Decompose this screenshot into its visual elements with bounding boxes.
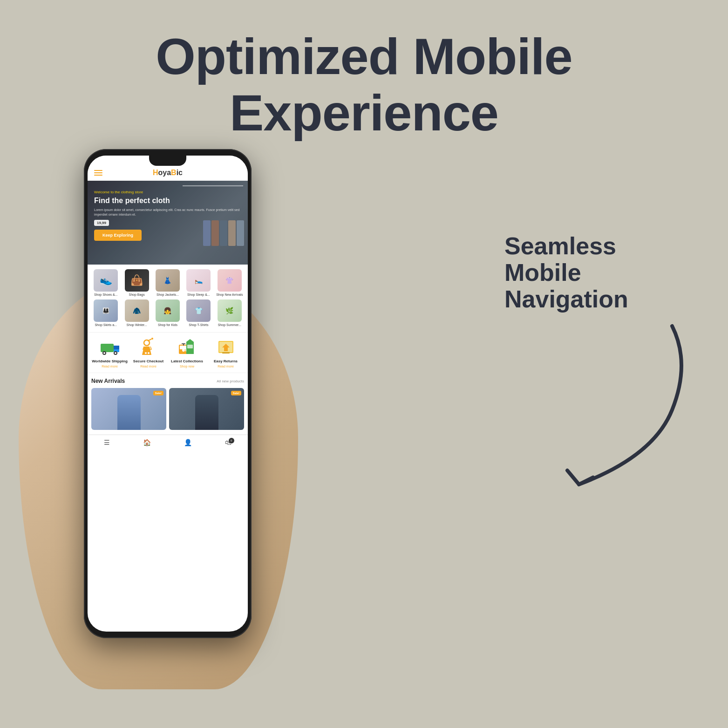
svg-marker-6 — [114, 346, 119, 349]
new-arrivals-link[interactable]: All new products — [217, 379, 244, 383]
category-new-arrivals-img: 👚 — [218, 269, 242, 292]
category-skirts-img: 👨‍👩‍👧 — [94, 299, 118, 322]
category-bags-label: Shop Bags — [129, 293, 144, 297]
categories-section: 👟 Shop Shoes &... 👜 Shop Bags — [88, 265, 248, 332]
category-new-arrivals-label: Shop New Arrivals — [216, 293, 243, 297]
category-sleep-img: 🛌 — [186, 269, 211, 292]
category-shoes-img: 👟 — [94, 269, 118, 292]
phone-logo: HoyaBic — [153, 169, 183, 177]
category-summer-img: 🌿 — [218, 299, 242, 322]
main-heading: Optimized Mobile Experience — [0, 0, 728, 159]
category-sleep-label: Shop Sleep &... — [187, 293, 210, 297]
category-winter-img: 🧥 — [125, 299, 149, 322]
nav-account[interactable]: 👤 — [184, 439, 192, 446]
new-arrivals-grid: Sale! Sale! — [91, 388, 244, 430]
categories-grid-row1: 👟 Shop Shoes &... 👜 Shop Bags — [91, 269, 244, 297]
product-image-2 — [195, 395, 218, 430]
category-kids[interactable]: 👧 Shop for Kids — [153, 299, 182, 327]
category-winter-label: Shop Winter... — [127, 323, 147, 327]
svg-point-5 — [115, 352, 116, 354]
category-tshirts[interactable]: 👕 Shop T-Shirts — [184, 299, 213, 327]
category-kids-label: Shop for Kids — [158, 323, 177, 327]
product-card-2[interactable]: Sale! — [169, 388, 244, 430]
collections-icon — [177, 337, 197, 358]
features-section: Worldwide Shipping Read more — [88, 332, 248, 373]
category-skirts[interactable]: 👨‍👩‍👧 Shop Skirts a... — [91, 299, 120, 327]
bottom-navigation: ☰ 🏠 👤 🛍 0 — [88, 435, 248, 450]
cart-badge: 0 — [229, 438, 234, 443]
category-jackets-label: Shop Jackets... — [156, 293, 179, 297]
phone-mockup: HoyaBic — [56, 149, 279, 661]
shipping-link[interactable]: Read more — [102, 365, 118, 368]
hero-price: 19,99 — [94, 220, 109, 226]
phone-screen: HoyaBic — [88, 156, 248, 632]
product-card-1[interactable]: Sale! — [91, 388, 166, 430]
hero-subtitle: Welcome to the clothing store — [94, 190, 241, 194]
checkout-title: Secure Checkout — [133, 359, 163, 364]
svg-point-14 — [182, 349, 185, 352]
category-winter[interactable]: 🧥 Shop Winter... — [122, 299, 151, 327]
category-tshirts-img: 👕 — [186, 299, 211, 322]
category-summer-label: Shop Summer... — [218, 323, 241, 327]
svg-point-3 — [103, 352, 105, 354]
new-arrivals-header: New Arrivals All new products — [91, 378, 244, 384]
hero-button[interactable]: Keep Exploring — [94, 230, 142, 241]
feature-returns: Easy Returns Read more — [207, 337, 244, 368]
category-kids-img: 👧 — [156, 299, 180, 322]
svg-rect-13 — [180, 346, 187, 349]
sale-badge-2: Sale! — [231, 391, 241, 395]
category-bags[interactable]: 👜 Shop Bags — [122, 269, 151, 297]
returns-title: Easy Returns — [214, 359, 238, 364]
nav-home[interactable]: 🏠 — [143, 439, 151, 446]
category-shoes-label: Shop Shoes &... — [94, 293, 118, 297]
phone-content: HoyaBic — [88, 156, 248, 632]
category-shoes[interactable]: 👟 Shop Shoes &... — [91, 269, 120, 297]
shipping-icon — [100, 337, 120, 358]
feature-collections: Latest Collections Shop now — [169, 337, 205, 368]
hero-description: Lorem ipsum dolor sit amet, consectetur … — [94, 208, 241, 217]
new-arrivals-title: New Arrivals — [91, 378, 125, 384]
checkout-icon — [138, 337, 159, 358]
phone-notch — [149, 156, 186, 166]
category-skirts-label: Shop Skirts a... — [95, 323, 116, 327]
svg-rect-19 — [222, 352, 230, 354]
svg-point-9 — [148, 352, 150, 354]
collections-title: Latest Collections — [171, 359, 203, 364]
seamless-navigation-label: Seamless Mobile Navigation — [504, 233, 681, 313]
phone-device: HoyaBic — [84, 149, 252, 638]
nav-cart[interactable]: 🛍 0 — [225, 439, 231, 446]
category-tshirts-label: Shop T-Shirts — [189, 323, 208, 327]
nav-menu[interactable]: ☰ — [104, 439, 110, 446]
menu-icon[interactable] — [94, 170, 102, 176]
category-jackets[interactable]: 👗 Shop Jackets... — [153, 269, 182, 297]
category-sleep[interactable]: 🛌 Shop Sleep &... — [184, 269, 213, 297]
svg-point-8 — [145, 352, 147, 354]
checkout-link[interactable]: Read more — [140, 365, 156, 368]
sale-badge-1: Sale! — [153, 391, 163, 395]
feature-checkout: Secure Checkout Read more — [130, 337, 167, 368]
hero-title: Find the perfect cloth — [94, 196, 241, 205]
svg-point-11 — [151, 338, 153, 340]
category-bags-img: 👜 — [125, 269, 149, 292]
shipping-title: Worldwide Shipping — [92, 359, 128, 364]
phone-hero-banner: Welcome to the clothing store Find the p… — [88, 181, 248, 265]
returns-icon — [216, 337, 236, 358]
collections-link[interactable]: Shop now — [180, 365, 194, 368]
category-new-arrivals[interactable]: 👚 Shop New Arrivals — [215, 269, 244, 297]
right-label-container: Seamless Mobile Navigation — [504, 233, 681, 313]
svg-rect-16 — [187, 345, 193, 348]
product-image-1 — [117, 395, 141, 430]
categories-grid-row2: 👨‍👩‍👧 Shop Skirts a... 🧥 Shop Winter... — [91, 299, 244, 327]
svg-rect-0 — [101, 344, 114, 352]
heading-line1: Optimized Mobile — [156, 27, 572, 85]
returns-link[interactable]: Read more — [218, 365, 234, 368]
hero-content: Welcome to the clothing store Find the p… — [94, 190, 241, 241]
arrow-decoration — [542, 317, 691, 496]
feature-shipping: Worldwide Shipping Read more — [91, 337, 128, 368]
heading-line2: Experience — [230, 84, 498, 141]
category-jackets-img: 👗 — [156, 269, 180, 292]
category-summer[interactable]: 🌿 Shop Summer... — [215, 299, 244, 327]
new-arrivals-section: New Arrivals All new products Sale! Sale… — [88, 373, 248, 435]
